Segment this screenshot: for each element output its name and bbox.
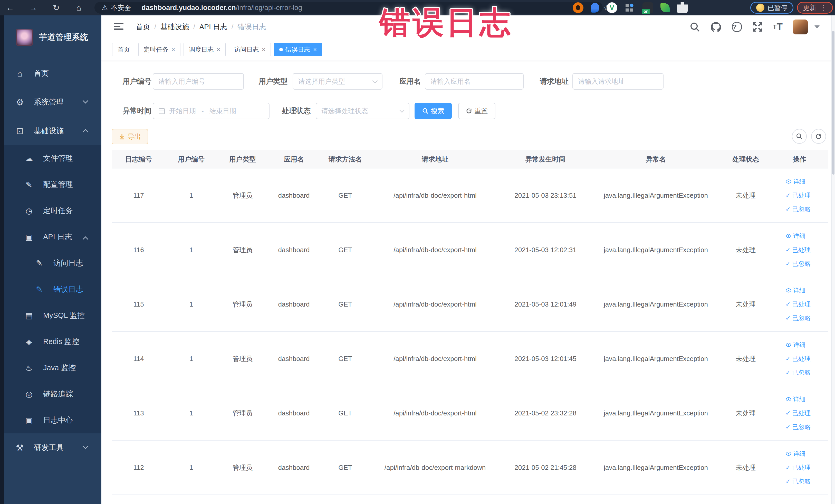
sidebar-item-redis-monitor[interactable]: ◈ Redis 监控 <box>0 329 101 355</box>
mark-ignored-link[interactable]: ✓已忽略 <box>786 205 811 213</box>
sidebar-logo[interactable]: 芋道管理系统 <box>0 15 101 59</box>
fullscreen-icon[interactable] <box>752 22 762 32</box>
header-search-icon[interactable] <box>690 22 700 32</box>
close-icon[interactable]: × <box>217 46 220 53</box>
exception-time-label: 异常时间 <box>106 103 151 119</box>
mark-ignored-link[interactable]: ✓已忽略 <box>786 260 811 268</box>
detail-link[interactable]: 详细 <box>786 232 806 240</box>
breadcrumb-infrastructure[interactable]: 基础设施 <box>160 22 189 32</box>
sidebar-item-java-monitor[interactable]: ♨ Java 监控 <box>0 355 101 381</box>
exception-time-range[interactable]: 开始日期 - 结束日期 <box>153 103 269 119</box>
extension-orange-icon[interactable] <box>573 2 584 13</box>
extension-leaf-icon[interactable] <box>660 3 670 12</box>
mark-ignored-link[interactable]: ✓已忽略 <box>786 314 811 322</box>
app-name-field[interactable] <box>425 73 524 89</box>
close-icon[interactable]: × <box>262 46 265 53</box>
detail-link[interactable]: 详细 <box>786 286 806 295</box>
reset-button[interactable]: 重置 <box>458 103 495 119</box>
docs-question-icon[interactable]: ? <box>732 22 742 32</box>
mark-processed-link[interactable]: ✓已处理 <box>786 409 811 417</box>
detail-link[interactable]: 详细 <box>786 395 806 403</box>
extension-switch-icon[interactable]: on <box>643 2 653 13</box>
detail-link[interactable]: 详细 <box>786 177 806 186</box>
address-bar[interactable]: ⚠ 不安全 dashboard.yudao.iocoder.cn /infra/… <box>95 2 603 14</box>
close-icon[interactable]: × <box>171 46 175 53</box>
tab-error-log[interactable]: 错误日志 × <box>274 43 322 56</box>
sidebar-item-access-log[interactable]: ✎ 访问日志 <box>0 250 101 276</box>
start-date-placeholder[interactable]: 开始日期 <box>169 106 196 116</box>
mark-processed-link[interactable]: ✓已处理 <box>786 355 811 363</box>
log-id-cell: 115 <box>111 300 166 308</box>
tab-access-log[interactable]: 访问日志 × <box>229 43 271 56</box>
close-icon[interactable]: × <box>313 46 317 53</box>
sidebar: 芋道管理系统 ⌂ 首页 ⚙ 系统管理 ⊡ 基础设施 ☁ 文件管理 ✎ 配置管理 … <box>0 15 101 504</box>
sidebar-item-home[interactable]: ⌂ 首页 <box>0 59 101 88</box>
sidebar-item-config-management[interactable]: ✎ 配置管理 <box>0 172 101 198</box>
user-id-input[interactable] <box>158 78 238 85</box>
request-url-input[interactable] <box>578 78 658 85</box>
breadcrumb-home[interactable]: 首页 <box>136 22 150 32</box>
breadcrumb-separator: / <box>193 23 195 31</box>
end-date-placeholder[interactable]: 结束日期 <box>209 106 236 116</box>
sidebar-item-trace[interactable]: ◎ 链路追踪 <box>0 381 101 407</box>
sidebar-item-scheduled-tasks[interactable]: ◷ 定时任务 <box>0 198 101 224</box>
extension-drop-icon[interactable] <box>591 3 599 13</box>
tab-schedule-log[interactable]: 调度日志 × <box>184 43 226 56</box>
user-avatar[interactable] <box>793 20 808 35</box>
refresh-table-button[interactable] <box>811 129 826 144</box>
toggle-search-button[interactable] <box>792 129 807 144</box>
sidebar-item-mysql-monitor[interactable]: ▤ MySQL 监控 <box>0 302 101 329</box>
sidebar-item-infrastructure[interactable]: ⊡ 基础设施 <box>0 117 101 145</box>
app-name-input[interactable] <box>430 78 518 85</box>
detail-link[interactable]: 详细 <box>786 449 806 458</box>
mark-processed-link[interactable]: ✓已处理 <box>786 246 811 254</box>
browser-forward-icon[interactable]: → <box>26 3 41 13</box>
page-scrollbar[interactable] <box>831 15 835 504</box>
browser-reload-icon[interactable]: ↻ <box>49 3 64 13</box>
detail-link[interactable]: 详细 <box>786 341 806 349</box>
mark-ignored-link[interactable]: ✓已忽略 <box>786 368 811 377</box>
mark-ignored-link[interactable]: ✓已忽略 <box>786 423 811 431</box>
eye-icon <box>786 234 792 238</box>
browser-update-button[interactable]: 更新 ⋮ <box>797 2 833 14</box>
status-cell: 未处理 <box>720 191 771 200</box>
process-status-select[interactable]: 请选择处理状态 <box>316 103 409 119</box>
font-size-icon[interactable]: TT <box>773 22 782 33</box>
extension-green-v-icon[interactable]: V <box>607 2 617 13</box>
sidebar-item-api-log[interactable]: ▣ API 日志 <box>0 224 101 250</box>
eye-icon <box>786 397 792 401</box>
breadcrumb-api-log[interactable]: API 日志 <box>200 22 227 32</box>
sidebar-item-error-log[interactable]: ✎ 错误日志 <box>0 276 101 302</box>
mark-processed-link[interactable]: ✓已处理 <box>786 463 811 472</box>
sidebar-item-label: 系统管理 <box>34 97 64 107</box>
profile-paused-pill[interactable]: 已暂停 <box>750 2 793 14</box>
scrollbar-thumb[interactable] <box>832 31 834 175</box>
mark-processed-link[interactable]: ✓已处理 <box>786 191 811 200</box>
exception-name-cell: java.lang.IllegalArgumentException <box>592 409 720 417</box>
table-row: 113 1 管理员 dashboard GET /api/infra/db-do… <box>111 386 828 441</box>
github-icon[interactable] <box>710 22 721 32</box>
tab-scheduled-tasks[interactable]: 定时任务 × <box>138 43 180 56</box>
request-url-field[interactable] <box>572 73 664 89</box>
sidebar-item-dev-tools[interactable]: ⚒ 研发工具 <box>0 434 101 462</box>
browser-home-icon[interactable]: ⌂ <box>72 3 86 13</box>
mark-processed-link[interactable]: ✓已处理 <box>786 300 811 308</box>
user-type-select[interactable]: 请选择用户类型 <box>292 73 383 89</box>
mark-ignored-link[interactable]: ✓已忽略 <box>786 477 811 485</box>
sidebar-item-log-center[interactable]: ▣ 日志中心 <box>0 407 101 434</box>
user-menu-caret-icon[interactable] <box>814 25 820 28</box>
sidebar-item-file-management[interactable]: ☁ 文件管理 <box>0 145 101 172</box>
extension-grid-icon[interactable] <box>625 2 635 13</box>
hamburger-icon[interactable] <box>114 22 123 32</box>
extensions-puzzle-icon[interactable] <box>677 2 688 13</box>
detail-label: 详细 <box>793 341 806 349</box>
insecure-label[interactable]: 不安全 <box>111 3 131 12</box>
export-button[interactable]: 导出 <box>111 129 148 144</box>
search-button[interactable]: 搜索 <box>414 103 452 119</box>
browser-menu-dots-icon[interactable]: ⋮ <box>820 4 827 12</box>
browser-back-icon[interactable]: ← <box>3 3 18 13</box>
processed-label: 已处理 <box>792 191 811 200</box>
tab-home[interactable]: 首页 <box>112 43 135 56</box>
user-id-field[interactable] <box>153 73 244 89</box>
sidebar-item-system-management[interactable]: ⚙ 系统管理 <box>0 88 101 117</box>
